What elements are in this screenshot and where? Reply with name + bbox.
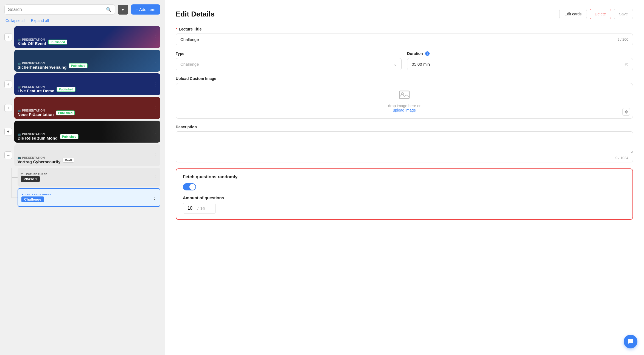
sub-card-type-label: ▢ LECTURE PHASE [21,173,157,176]
page-title: Edit Details [176,10,215,18]
status-badge: Published [57,87,75,92]
chat-button[interactable] [624,335,637,348]
save-button[interactable]: Save [614,9,633,19]
list-item: 📺 PRESENTATION Sicherheitsunterweisung P… [4,50,160,72]
toggle-wrap [183,183,626,190]
card-vortrag[interactable]: 📺 PRESENTATION Vortrag Cybersecurity Dra… [14,144,160,166]
status-badge: Draft [63,158,74,163]
list-item: + 📺 PRESENTATION Kick-Off-Event Publishe… [4,26,160,48]
duration-input[interactable]: 05:00 min ◴ [407,58,633,70]
add-button-3[interactable]: + [4,81,12,88]
card-menu-icon[interactable]: ⋮ [153,105,158,111]
amount-input-wrap: / 16 [183,203,216,214]
sub-card-title: Phase 1 [21,176,40,182]
type-field: Type Challenge ⌄ [176,51,402,70]
expand-all-link[interactable]: Expand all [31,18,49,23]
card-kick-off[interactable]: 📺 PRESENTATION Kick-Off-Event Published … [14,26,160,48]
upload-image-link[interactable]: upload image [393,108,416,112]
search-box[interactable]: 🔍 [4,4,115,15]
sub-item-lecture: ▢ LECTURE PHASE Phase 1 ⋮ [18,168,160,187]
lecture-title-input[interactable] [180,37,617,42]
amount-label: Amount of questions [183,195,626,200]
amount-total: 16 [200,206,205,211]
duration-value: 05:00 min [412,62,430,66]
add-button-5[interactable]: + [4,128,12,135]
fetch-questions-section: Fetch questions randomly Amount of quest… [176,168,633,220]
upload-area[interactable]: drop image here orupload image ✥ [176,83,633,119]
card-sicherheit[interactable]: 📺 PRESENTATION Sicherheitsunterweisung P… [14,50,160,72]
amount-separator: / [197,206,198,211]
type-value: Challenge [180,62,199,66]
amount-input[interactable] [187,206,196,211]
lecture-title-section: * Lecture Title 9 / 200 [176,27,633,45]
type-select[interactable]: Challenge ⌄ [176,58,402,70]
add-button-1[interactable]: + [4,33,12,41]
items-list: + 📺 PRESENTATION Kick-Off-Event Publishe… [4,26,160,207]
card-neue[interactable]: 📺 PRESENTATION Neue Präsentation Publish… [14,97,160,119]
sub-card-title: Challenge [21,196,44,202]
fetch-questions-title: Fetch questions randomly [183,174,626,179]
description-section: Description 0 / 1024 [176,125,633,162]
type-label: Type [176,51,402,56]
clock-icon: ◴ [625,62,628,67]
list-item: + 📺 PRESENTATION Live Feature Demo Publi… [4,73,160,95]
search-input[interactable] [8,7,104,12]
card-menu-icon[interactable]: ⋮ [153,81,158,87]
svg-rect-0 [399,91,409,99]
filter-button[interactable]: ▼ [118,5,128,15]
card-menu-icon[interactable]: ⋮ [153,34,158,40]
status-badge: Published [60,134,79,139]
connector-line [12,168,12,198]
h-connector-2 [12,198,18,198]
sub-item-challenge: ✖ CHALLENGE PHASE Challenge ⋮ [18,188,160,207]
lecture-title-label: * Lecture Title [176,27,633,31]
fetch-randomly-toggle[interactable] [183,183,196,190]
h-connector [12,177,18,178]
top-bar: 🔍 ▼ + Add item [4,4,160,15]
chevron-down-icon: ⌄ [393,62,397,67]
duration-label: Duration i [407,51,633,56]
status-badge: Published [48,40,67,45]
add-item-button[interactable]: + Add item [131,4,160,15]
description-char-count: 0 / 1024 [176,155,633,162]
upload-section: Upload Custom Image drop image here orup… [176,76,633,119]
edit-cards-button[interactable]: Edit cards [559,9,587,19]
description-textarea-wrap: 0 / 1024 [176,131,633,162]
card-type-label: 📺 PRESENTATION [18,133,58,136]
char-count: 9 / 200 [617,37,628,41]
description-textarea[interactable] [176,132,633,154]
required-marker: * [176,27,177,31]
item-row-cybersecurity: − 📺 PRESENTATION Vortrag Cybersecurity D… [4,144,160,166]
sub-card-challenge[interactable]: ✖ CHALLENGE PHASE Challenge ⋮ [18,188,160,207]
card-menu-icon[interactable]: ⋮ [153,58,158,64]
right-panel: Edit Details Edit cards Delete Save * Le… [165,0,644,355]
card-type-label: 📺 PRESENTATION [18,62,66,65]
header-actions: Edit cards Delete Save [559,9,633,19]
info-icon: i [425,51,430,56]
add-button-4[interactable]: + [4,104,12,112]
card-type-label: 📺 PRESENTATION [18,156,60,159]
status-badge: Published [69,63,88,68]
collapse-all-link[interactable]: Collapse all [5,18,25,23]
sub-card-menu-icon[interactable]: ⋮ [153,174,158,180]
duration-field: Duration i 05:00 min ◴ [407,51,633,70]
card-title: Sicherheitsunterweisung [18,65,66,70]
expand-collapse-bar: Collapse all Expand all [4,18,160,23]
right-header: Edit Details Edit cards Delete Save [176,9,633,19]
card-title: Neue Präsentation [18,112,54,117]
description-label: Description [176,125,633,129]
card-title: Live Feature Demo [18,88,54,93]
card-menu-icon[interactable]: ⋮ [153,129,158,135]
sub-card-menu-icon[interactable]: ⋮ [152,195,157,201]
list-item: + 📺 PRESENTATION Die Reise zum Mond Publ… [4,121,160,143]
list-item-cybersecurity: − 📺 PRESENTATION Vortrag Cybersecurity D… [4,144,160,207]
sub-card-lecture[interactable]: ▢ LECTURE PHASE Phase 1 ⋮ [18,168,160,187]
card-live-feature[interactable]: 📺 PRESENTATION Live Feature Demo Publish… [14,73,160,95]
card-menu-icon[interactable]: ⋮ [153,152,158,158]
minus-button-6[interactable]: − [4,151,12,159]
search-icon: 🔍 [106,7,111,12]
expand-icon[interactable]: ✥ [622,108,630,116]
card-reise[interactable]: 📺 PRESENTATION Die Reise zum Mond Publis… [14,121,160,143]
upload-label: Upload Custom Image [176,76,633,81]
delete-button[interactable]: Delete [590,9,611,19]
